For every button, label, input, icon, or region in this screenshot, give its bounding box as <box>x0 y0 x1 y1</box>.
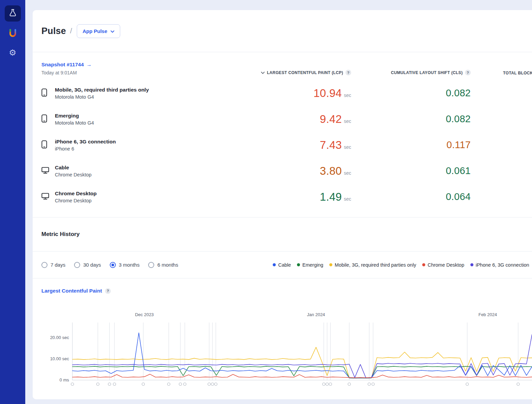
table-row[interactable]: Chrome Desktop Chrome Desktop 1.49sec 0.… <box>41 184 532 210</box>
svg-text:Feb 2024: Feb 2024 <box>478 312 497 317</box>
nav-home-logo[interactable] <box>5 27 21 40</box>
lcp-value: 1.49 <box>320 191 342 203</box>
lcp-value: 3.80 <box>320 165 342 177</box>
profile-device: iPhone 6 <box>55 146 248 152</box>
lcp-chart-section: Largest Contentful Paint ? 20.00 sec10.0… <box>33 278 532 390</box>
lcp-unit: sec <box>344 170 351 176</box>
cls-value: 0.082 <box>351 113 471 125</box>
flask-icon <box>8 8 17 19</box>
profile-device: Chrome Desktop <box>55 172 248 177</box>
range-30-days[interactable]: 30 days <box>74 262 101 268</box>
column-header-tbt[interactable]: TOTAL BLOCKING TIME (TBT) <box>471 71 532 75</box>
legend-item-chrome-desktop[interactable]: Chrome Desktop <box>422 262 464 268</box>
lcp-chart[interactable]: 20.00 sec10.00 sec0 msDec 2023Jan 2024Fe… <box>41 311 532 389</box>
lcp-unit: sec <box>344 119 351 124</box>
legend-dot <box>329 263 332 266</box>
chart-legend: Cable Emerging Mobile, 3G, required thir… <box>273 262 529 268</box>
sidebar: ⚙ <box>0 0 25 404</box>
profile-name: Chrome Desktop <box>55 191 248 197</box>
legend-dot <box>422 263 425 266</box>
svg-text:Dec 2023: Dec 2023 <box>135 312 154 317</box>
date-range-group: 7 days 30 days 3 months 6 months <box>41 262 178 268</box>
profile-name: Cable <box>55 165 248 171</box>
radio-icon <box>74 262 80 268</box>
chevron-down-icon <box>110 28 114 34</box>
cls-value: 0.082 <box>351 88 471 99</box>
lcp-value: 7.43 <box>320 139 342 152</box>
range-3-months[interactable]: 3 months <box>110 262 140 268</box>
legend-item-iphone-6[interactable]: iPhone 6, 3G connection <box>470 262 529 268</box>
mobile-icon <box>41 114 47 124</box>
sort-desc-icon <box>261 70 265 75</box>
mobile-icon <box>41 140 47 150</box>
column-header-lcp[interactable]: LARGEST CONTENTFUL PAINT (LCP) ? <box>248 70 351 75</box>
legend-dot <box>273 263 276 266</box>
svg-text:Jan 2024: Jan 2024 <box>307 312 325 317</box>
breadcrumb-separator: / <box>70 27 72 35</box>
table-row[interactable]: Emerging Motorola Moto G4 9.42sec 0.082 <box>41 106 532 132</box>
snapshot-section: Snapshot #11744 → Today at 9:01AM LARGES… <box>33 52 532 217</box>
cls-value: 0.117 <box>351 139 471 150</box>
table-row[interactable]: Cable Chrome Desktop 3.80sec 0.061 <box>41 158 532 184</box>
table-header-row: Snapshot #11744 → Today at 9:01AM LARGES… <box>41 62 532 80</box>
svg-text:20.00 sec: 20.00 sec <box>50 335 69 340</box>
legend-item-mobile-3g[interactable]: Mobile, 3G, required third parties only <box>329 262 416 268</box>
snapshot-timestamp: Today at 9:01AM <box>41 70 248 75</box>
logo-u-icon <box>7 27 19 40</box>
lcp-unit: sec <box>344 144 351 150</box>
nav-pulse-item[interactable] <box>5 5 21 22</box>
lcp-unit: sec <box>344 196 351 202</box>
range-7-days[interactable]: 7 days <box>41 262 65 268</box>
mobile-icon <box>41 88 47 98</box>
profile-name: iPhone 6, 3G connection <box>55 139 248 145</box>
main-panel: Pulse / App Pulse Snapshot #11744 → Toda… <box>33 10 532 399</box>
lcp-unit: sec <box>344 93 351 98</box>
radio-icon <box>148 262 154 268</box>
legend-item-cable[interactable]: Cable <box>273 262 291 268</box>
profile-name: Mobile, 3G, required third parties only <box>55 87 248 93</box>
page-title: Pulse <box>41 26 66 36</box>
table-row[interactable]: iPhone 6, 3G connection iPhone 6 7.43sec… <box>41 132 532 158</box>
nav-settings-item[interactable]: ⚙ <box>5 46 21 59</box>
radio-icon <box>41 262 47 268</box>
range-6-months[interactable]: 6 months <box>148 262 178 268</box>
table-row[interactable]: Mobile, 3G, required third parties only … <box>41 80 532 106</box>
lcp-value: 10.94 <box>313 87 342 100</box>
profile-device: Motorola Moto G4 <box>55 120 248 126</box>
metric-history-header: Metric History <box>33 217 532 251</box>
cls-value: 0.064 <box>351 191 471 202</box>
cls-value: 0.061 <box>351 165 471 176</box>
desktop-icon <box>41 167 49 175</box>
snapshot-link[interactable]: Snapshot #11744 → <box>41 62 92 68</box>
radio-icon <box>110 262 116 268</box>
profile-device: Motorola Moto G4 <box>55 94 248 100</box>
legend-item-emerging[interactable]: Emerging <box>297 262 323 268</box>
lcp-value: 9.42 <box>320 113 342 126</box>
desktop-icon <box>41 193 49 201</box>
arrow-right-icon: → <box>87 62 92 68</box>
help-icon[interactable]: ? <box>105 288 111 294</box>
chart-section-title[interactable]: Largest Contentful Paint <box>41 288 102 294</box>
help-icon[interactable]: ? <box>345 70 351 75</box>
gear-icon: ⚙ <box>9 48 16 57</box>
page-header: Pulse / App Pulse <box>33 10 532 52</box>
chart-controls-row: 7 days 30 days 3 months 6 months Cable E… <box>33 251 532 278</box>
profile-device: Chrome Desktop <box>55 198 248 203</box>
svg-text:10.00 sec: 10.00 sec <box>50 356 69 361</box>
app-selector-button[interactable]: App Pulse <box>77 24 120 38</box>
column-header-cls[interactable]: CUMULATIVE LAYOUT SHIFT (CLS) ? <box>351 70 471 75</box>
svg-text:0 ms: 0 ms <box>60 377 69 382</box>
legend-dot <box>470 263 473 266</box>
metric-history-title: Metric History <box>41 231 79 238</box>
legend-dot <box>297 263 300 266</box>
profile-name: Emerging <box>55 113 248 119</box>
help-icon[interactable]: ? <box>465 70 471 75</box>
